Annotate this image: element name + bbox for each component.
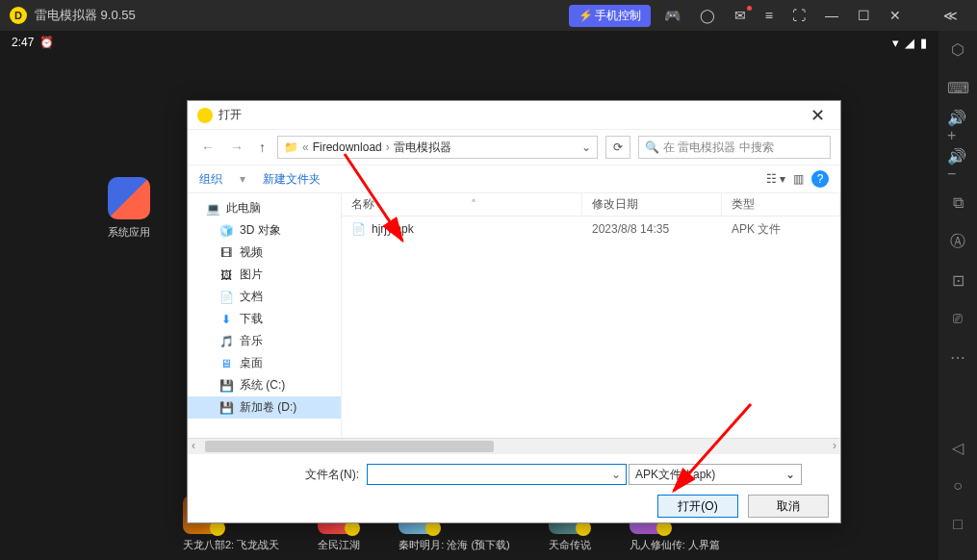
column-type[interactable]: 类型 [722,193,840,216]
chevron-down-icon: ⌄ [785,468,795,481]
app-titlebar: D 雷电模拟器 9.0.55 手机控制 🎮 ◯ ✉ ≡ ⛶ — ☐ ✕ ≪ [0,0,977,31]
file-date: 2023/8/8 14:35 [582,222,722,236]
dialog-title: 打开 [219,107,242,123]
computer-icon: 💻 [205,202,220,216]
gamepad-icon[interactable]: 🎮 [656,4,688,27]
sidebar-item-downloads[interactable]: ⬇下载 [188,308,341,330]
more-icon[interactable]: ⋯ [947,346,968,368]
breadcrumb-seg-2[interactable]: 雷电模拟器 [394,140,451,156]
screenshot-icon[interactable]: ⊡ [947,269,968,291]
maximize-button[interactable]: ☐ [850,4,878,27]
dialog-close-button[interactable]: ✕ [805,105,831,126]
sidebar-item-drive-c[interactable]: 💾系统 (C:) [188,374,341,396]
refresh-button[interactable]: ⟳ [605,136,630,159]
file-row[interactable]: 📄hjrjy.apk 2023/8/8 14:35 APK 文件 [342,216,840,242]
sidebar-item-pictures[interactable]: 🖼图片 [188,264,341,286]
help-icon[interactable]: ? [811,170,829,188]
file-type: APK 文件 [722,221,840,238]
battery-icon: ▮ [920,36,927,50]
search-placeholder: 在 雷电模拟器 中搜索 [663,140,774,156]
file-filter-select[interactable]: APK文件(*.apk) ⌄ [629,464,802,485]
status-time: 2:47 [12,36,34,49]
right-toolbar: ⬡ ⌨ 🔊+ 🔊− ⧉ Ⓐ ⊡ ⎚ ⋯ ◁ ○ □ [938,31,977,560]
sidebar-item-documents[interactable]: 📄文档 [188,286,341,308]
file-list: 名称˄ 修改日期 类型 📄hjrjy.apk 2023/8/8 14:35 AP… [342,193,840,438]
dialog-toolbar: 组织 ▾ 新建文件夹 ☷ ▾ ▥ ? [188,165,840,193]
folder-icon: 📁 [284,140,298,154]
dialog-footer: 文件名(N): ⌄ APK文件(*.apk) ⌄ 打开(O) 取消 [188,454,840,529]
dialog-logo-icon [197,108,213,123]
nav-home-button[interactable]: ○ [947,475,968,496]
minimize-button[interactable]: — [817,4,846,27]
open-button[interactable]: 打开(O) [657,495,738,518]
mail-icon[interactable]: ✉ [727,4,754,27]
dialog-navbar: ← → ↑ 📁 « Firedownload › 雷电模拟器 ⌄ ⟳ 🔍 在 雷… [188,130,840,165]
nav-forward-icon[interactable]: → [226,138,247,157]
close-button[interactable]: ✕ [882,4,909,27]
volume-up-icon[interactable]: 🔊+ [947,115,968,137]
menu-icon[interactable]: ≡ [758,4,781,27]
sidebar-item-3d-objects[interactable]: 🧊3D 对象 [188,219,341,242]
app-title: 雷电模拟器 9.0.55 [35,7,136,24]
breadcrumb-seg-1[interactable]: Firedownload [313,140,382,154]
apk-file-icon: 📄 [351,222,366,236]
file-open-dialog: 打开 ✕ ← → ↑ 📁 « Firedownload › 雷电模拟器 ⌄ ⟳ … [187,100,841,523]
record-icon[interactable]: ⎚ [947,308,968,329]
column-date[interactable]: 修改日期 [582,193,722,216]
android-statusbar: 2:47 ⏰ ▾ ◢ ▮ [0,31,938,54]
system-apps-label: 系统应用 [108,225,150,240]
view-mode-icon[interactable]: ☷ ▾ [766,172,785,186]
multitask-icon[interactable]: ⧉ [947,192,968,214]
signal-icon: ◢ [905,36,914,50]
emulator-viewport: 2:47 ⏰ ▾ ◢ ▮ 系统应用 天龙八部2: 飞龙战天 全民江湖 秦时明月:… [0,31,938,560]
keyboard-icon[interactable]: ⌨ [947,77,968,98]
volume-down-icon[interactable]: 🔊− [947,154,968,175]
settings-hexagon-icon[interactable]: ⬡ [947,38,968,60]
nav-back-button[interactable]: ◁ [947,437,968,458]
column-name[interactable]: 名称˄ [342,193,582,216]
filename-label: 文件名(N): [199,467,359,483]
sidebar-item-drive-d[interactable]: 💾新加卷 (D:) [188,396,341,419]
user-icon[interactable]: ◯ [692,4,723,27]
preview-pane-icon[interactable]: ▥ [793,172,804,186]
sidebar-item-videos[interactable]: 🎞视频 [188,242,341,264]
new-folder-button[interactable]: 新建文件夹 [263,171,321,188]
file-list-header: 名称˄ 修改日期 类型 [342,193,840,216]
nav-back-icon[interactable]: ← [197,138,219,157]
cancel-button[interactable]: 取消 [748,495,829,518]
sidebar-item-music[interactable]: 🎵音乐 [188,330,341,352]
folder-icon [108,177,150,219]
collapse-sidebar-icon[interactable]: ≪ [936,4,965,27]
dialog-titlebar: 打开 ✕ [188,101,840,130]
search-icon: 🔍 [645,140,659,154]
sidebar-item-this-pc[interactable]: 💻此电脑 [188,197,341,219]
address-bar[interactable]: 📁 « Firedownload › 雷电模拟器 ⌄ [277,136,598,159]
horizontal-scrollbar[interactable]: ‹ › [188,438,840,454]
chevron-right-icon: › [386,140,390,154]
chevron-down-icon[interactable]: ⌄ [581,140,591,154]
dialog-sidebar: 💻此电脑 🧊3D 对象 🎞视频 🖼图片 📄文档 ⬇下载 🎵音乐 🖥桌面 💾系统 … [188,193,342,438]
phone-control-button[interactable]: 手机控制 [569,5,651,27]
search-input[interactable]: 🔍 在 雷电模拟器 中搜索 [638,136,831,159]
organize-button[interactable]: 组织 [199,171,222,188]
nav-up-icon[interactable]: ↑ [255,138,270,157]
filename-input[interactable] [367,464,627,485]
fullscreen-icon[interactable]: ⛶ [784,4,813,27]
locale-icon[interactable]: Ⓐ [947,231,968,252]
sidebar-item-desktop[interactable]: 🖥桌面 [188,352,341,374]
nav-recents-button[interactable]: □ [947,514,968,535]
chevron-down-icon[interactable]: ⌄ [611,468,621,481]
wifi-icon: ▾ [892,36,899,50]
breadcrumb-sep: « [302,140,309,154]
file-name: hjrjy.apk [372,222,414,236]
system-apps-icon[interactable]: 系统应用 [108,177,150,240]
app-logo-icon: D [10,7,27,24]
alarm-icon: ⏰ [39,36,54,49]
